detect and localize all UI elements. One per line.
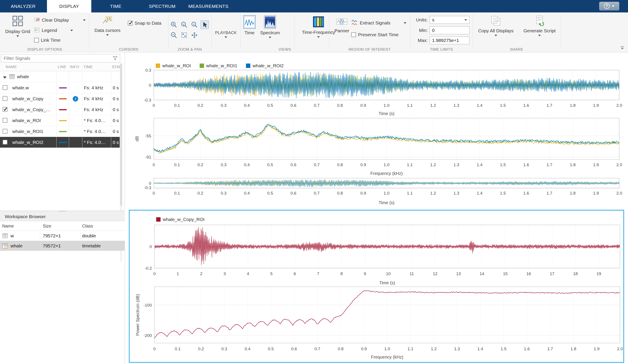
signal-checkbox[interactable] (3, 96, 7, 101)
pan-button[interactable] (190, 31, 199, 39)
tab-measurements[interactable]: MEASUREMENTS (185, 0, 232, 12)
svg-text:-55: -55 (145, 134, 151, 138)
data-cursors-label: Data cursors (94, 28, 120, 33)
line-swatch (59, 98, 67, 99)
tab-display[interactable]: DISPLAY (47, 0, 91, 12)
legend-item[interactable]: whale_w_Copy_ROI (156, 217, 204, 222)
display-2[interactable]: whale_w_Copy_ROI 01234567891011121314151… (129, 210, 624, 363)
table-row[interactable]: whale_w_ROI1 i * Fs: 4.0… 0 s (0, 126, 120, 137)
generate-script-button[interactable]: Generate Script (522, 15, 557, 36)
signal-group-row[interactable]: whale (0, 71, 120, 82)
table-row[interactable]: whale_w_ROI i * Fs: 4.0… 0 s (0, 115, 120, 126)
preserve-start-time-checkbox-row[interactable]: Preserve Start Time (351, 32, 399, 37)
table-row[interactable]: whale.w i Fs: 4 kHz 0 s (0, 82, 120, 93)
svg-text:0: 0 (153, 162, 155, 167)
svg-text:1.2: 1.2 (430, 162, 436, 167)
display-2-chart[interactable]: 0123456789101112131415161718190-0.2Time … (130, 211, 624, 362)
panner-label: Panner (334, 28, 349, 33)
snap-to-data-checkbox-row[interactable]: Snap to Data (128, 20, 161, 26)
info-icon[interactable]: i (73, 96, 78, 102)
link-time-checkbox[interactable] (34, 38, 39, 43)
svg-text:0: 0 (153, 347, 156, 351)
svg-text:1.8: 1.8 (570, 103, 576, 108)
spectrum-view-button[interactable]: Spectrum (258, 15, 282, 38)
units-value: s (432, 17, 434, 22)
timetable-icon (2, 243, 8, 250)
clear-display-button[interactable]: Clear Display (34, 17, 86, 23)
extract-signals-button[interactable]: Extract Signals (351, 19, 406, 27)
legend-item[interactable]: whale_w_ROI2 (246, 63, 284, 68)
signal-checkbox[interactable] (3, 107, 7, 112)
ws-col-size[interactable]: Size (43, 223, 51, 229)
zoom-out-button[interactable] (170, 31, 178, 39)
svg-text:0.6: 0.6 (291, 162, 296, 167)
workspace-row[interactable]: w 79572×1 double (0, 231, 125, 241)
tab-spectrum[interactable]: SPECTRUM (141, 0, 183, 12)
pointer-icon (201, 21, 208, 28)
preserve-start-time-checkbox[interactable] (351, 32, 356, 37)
signal-checkbox[interactable] (3, 118, 7, 123)
panner-button[interactable]: Panner (334, 17, 349, 33)
legend-button[interactable]: Legend (34, 27, 73, 34)
zoom-in-y-button[interactable]: y (180, 20, 188, 29)
ws-col-name[interactable]: Name (2, 223, 14, 229)
signal-checkbox[interactable] (3, 129, 7, 134)
display-1[interactable]: whale_w_ROI whale_w_ROI1 whale_w_ROI2 00… (129, 56, 624, 209)
time-view-button[interactable]: Time (243, 15, 256, 35)
display-1-chart[interactable]: 00.10.20.30.40.50.60.70.80.91.01.11.21.3… (129, 56, 624, 209)
col-header-time[interactable]: TIME (83, 65, 93, 69)
help-button[interactable]: ? (599, 2, 619, 10)
svg-text:0.3: 0.3 (221, 347, 227, 351)
max-time-input[interactable] (430, 36, 470, 44)
workspace-row[interactable]: whale 79572×1 timetable (0, 241, 125, 251)
svg-text:1.8: 1.8 (570, 347, 576, 351)
svg-text:1.9: 1.9 (594, 347, 599, 351)
legend-label: whale_w_ROI (162, 63, 191, 68)
data-cursors-button[interactable]: 2.5 Data cursors (94, 16, 121, 36)
link-time-checkbox-row[interactable]: Link Time (34, 38, 61, 43)
signal-name: whale.w (12, 82, 29, 93)
signal-checkbox[interactable] (3, 85, 7, 90)
tab-analyzer[interactable]: ANALYZER (6, 0, 41, 12)
signal-checkbox[interactable] (3, 140, 7, 145)
pointer-tool-button[interactable] (201, 20, 209, 29)
legend-item[interactable]: whale_w_ROI1 (200, 63, 237, 68)
fit-to-view-button[interactable] (180, 31, 188, 39)
line-swatch (59, 109, 67, 110)
signal-start: 0 s (113, 115, 119, 126)
svg-text:12: 12 (433, 271, 437, 276)
col-header-info[interactable]: INFO (70, 65, 79, 69)
ws-col-class[interactable]: Class (82, 223, 93, 229)
tab-time[interactable]: TIME (99, 0, 132, 12)
svg-text:1.9: 1.9 (593, 103, 599, 108)
panel-splitter[interactable] (0, 210, 125, 212)
svg-text:1.1: 1.1 (408, 347, 413, 351)
copy-all-displays-button[interactable]: Copy All Displays (478, 15, 513, 36)
svg-text:1.2: 1.2 (431, 347, 436, 351)
filter-signals-input[interactable] (1, 54, 120, 63)
svg-text:2.5: 2.5 (107, 17, 111, 20)
snap-to-data-checkbox[interactable] (128, 21, 133, 26)
min-time-input[interactable] (430, 26, 470, 34)
workspace-browser-title: Workspace Browser (0, 212, 125, 221)
signal-name: whale_w_Copy_… (12, 104, 50, 115)
collapse-triangle-icon[interactable] (3, 75, 6, 79)
legend-label: whale_w_ROI2 (252, 63, 284, 68)
col-header-line[interactable]: LINE (58, 65, 66, 69)
zoom-x-axis-button[interactable]: x (190, 20, 199, 29)
display-grid-button[interactable]: Display Grid (6, 15, 30, 37)
col-header-name[interactable]: NAME (6, 65, 17, 69)
minimize-ribbon-icon[interactable] (620, 46, 625, 50)
units-dropdown[interactable]: s (430, 16, 470, 24)
table-row[interactable]: whale_w_Copy i Fs: 4 kHz 0 s (0, 93, 120, 104)
svg-text:1.3: 1.3 (454, 191, 459, 195)
svg-text:1.2: 1.2 (430, 191, 436, 195)
svg-text:10: 10 (386, 271, 391, 276)
legend-item[interactable]: whale_w_ROI (156, 63, 191, 68)
time-frequency-view-button[interactable]: Time-Frequency (299, 16, 338, 38)
table-row[interactable]: whale_w_ROI2 i * Fs: 4.0… 0 s (0, 137, 120, 148)
table-row[interactable]: whale_w_Copy_… i Fs: 4 kHz 0 s (0, 104, 120, 115)
legend-swatch (200, 64, 204, 68)
zoom-in-x-button[interactable] (170, 20, 178, 29)
playback-gallery-button[interactable]: PLAYBACK (212, 30, 239, 38)
